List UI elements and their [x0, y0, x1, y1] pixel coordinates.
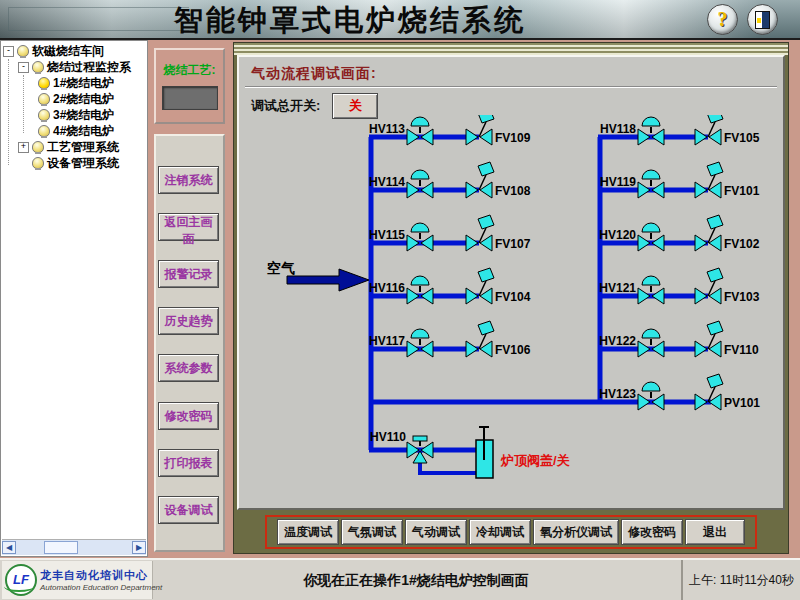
valve-fv106[interactable] [466, 321, 494, 357]
company-name-en: Automation Education Department [40, 583, 162, 592]
valve-hv114[interactable] [407, 170, 433, 198]
valve-hv121[interactable] [638, 276, 664, 304]
title-bar: 智能钟罩式电炉烧结系统 ? [0, 0, 800, 40]
toolbar-red-frame: 温度调试 气氛调试 气动调试 冷却调试 氧分析仪调试 修改密码 退出 [265, 515, 757, 549]
company-logo: LF [5, 564, 37, 596]
valve-hv119[interactable] [638, 170, 664, 198]
valve-label: HV121 [599, 281, 636, 295]
valve-hv117[interactable] [407, 329, 433, 357]
tree-item-process-monitor[interactable]: - 烧结过程监控系 [1, 59, 147, 75]
main-screen-button[interactable]: 返回主画面 [158, 213, 219, 241]
cylinder-status-label: 炉顶阀盖/关 [500, 453, 571, 468]
system-params-button[interactable]: 系统参数 [158, 354, 219, 382]
cooling-debug-button[interactable]: 冷却调试 [469, 519, 531, 545]
valve-label: FV106 [495, 343, 531, 357]
app-window: 智能钟罩式电炉烧结系统 ? - 软磁烧结车间 - 烧结过程监控系 1#烧 [0, 0, 800, 600]
valve-hv122[interactable] [638, 329, 664, 357]
exit-button-bottom[interactable]: 退出 [685, 519, 745, 545]
valve-label: FV110 [724, 343, 759, 357]
valve-label: HV115 [369, 228, 405, 242]
valve-hv123[interactable] [638, 382, 664, 410]
valve-fv102[interactable] [695, 215, 723, 251]
valve-label: HV117 [369, 334, 405, 348]
app-title: 智能钟罩式电炉烧结系统 [0, 1, 700, 41]
valve-label: HV113 [369, 122, 405, 136]
valve-label: HV116 [369, 281, 405, 295]
valve-pv101[interactable] [695, 374, 723, 410]
valve-hv118[interactable] [638, 117, 664, 145]
valve-label: FV109 [495, 131, 531, 145]
valve-label: FV107 [495, 237, 531, 251]
status-message: 你现在正在操作1#烧结电炉控制画面 [152, 560, 680, 600]
tree-connector [8, 59, 9, 165]
air-label: 空气 [267, 260, 295, 276]
valve-fv107[interactable] [466, 215, 494, 251]
bulb-icon [32, 61, 44, 73]
header-rule [245, 86, 777, 88]
valve-label: FV108 [495, 184, 531, 198]
change-password-button-bottom[interactable]: 修改密码 [621, 519, 683, 545]
print-report-button[interactable]: 打印报表 [158, 449, 219, 477]
process-label: 烧结工艺: [156, 62, 223, 79]
left-toolbar: 烧结工艺: 注销系统 返回主画面 报警记录 历史趋势 系统参数 修改密码 打印报… [150, 40, 231, 557]
bulb-icon [38, 93, 50, 105]
valve-label: FV102 [724, 237, 760, 251]
tree-item-workshop[interactable]: - 软磁烧结车间 [1, 43, 147, 59]
frame-top-stripes [234, 43, 788, 55]
valve-hv115[interactable] [407, 223, 433, 251]
scroll-left-arrow[interactable]: ◀ [2, 541, 16, 554]
valve-hv116[interactable] [407, 276, 433, 304]
bulb-icon [38, 125, 50, 137]
valve-label: HV119 [600, 175, 636, 189]
expand-icon[interactable]: + [18, 142, 29, 153]
device-debug-button[interactable]: 设备调试 [158, 496, 219, 524]
bulb-icon [32, 141, 44, 153]
piping-diagram: 空气 HV113 HV114 HV115 HV116 HV117 FV109 [239, 115, 783, 512]
valve-fv104[interactable] [466, 268, 494, 304]
pneumatic-debug-button[interactable]: 气动调试 [405, 519, 467, 545]
furnace-top-cylinder [476, 427, 493, 478]
valve-label: HV120 [599, 228, 636, 242]
valve-fv101[interactable] [695, 162, 723, 198]
valve-label: HV118 [600, 122, 636, 136]
nav-button-strip: 注销系统 返回主画面 报警记录 历史趋势 系统参数 修改密码 打印报表 设备调试 [154, 134, 225, 552]
master-switch-label: 调试总开关: [251, 97, 320, 115]
bulb-icon-active [38, 77, 50, 89]
tree-item-device-mgmt[interactable]: 设备管理系统 [1, 155, 147, 171]
valve-label: HV110 [370, 430, 406, 444]
status-bar: LF 龙丰自动化培训中心 Automation Education Depart… [0, 558, 800, 600]
tree-item-process-mgmt[interactable]: + 工艺管理系统 [1, 139, 147, 155]
scroll-right-arrow[interactable]: ▶ [132, 541, 146, 554]
valve-label: FV101 [724, 184, 760, 198]
tree-scrollbar[interactable]: ◀ ▶ [2, 539, 146, 555]
nav-tree-panel: - 软磁烧结车间 - 烧结过程监控系 1#烧结电炉 2#烧结电炉 3#烧结电炉 [0, 40, 148, 557]
scroll-thumb[interactable] [44, 541, 78, 554]
valve-hv113[interactable] [407, 117, 433, 145]
diagram-title: 气动流程调试画面: [251, 65, 377, 83]
bulb-icon [32, 157, 44, 169]
history-trend-button[interactable]: 历史趋势 [158, 307, 219, 335]
valve-label: HV123 [599, 387, 636, 401]
valve-fv103[interactable] [695, 268, 723, 304]
atmosphere-debug-button[interactable]: 气氛调试 [341, 519, 403, 545]
tree-connector [23, 75, 24, 133]
change-password-button[interactable]: 修改密码 [158, 402, 219, 430]
valve-fv109[interactable] [466, 115, 494, 145]
question-mark-icon: ? [708, 5, 737, 34]
nav-tree: - 软磁烧结车间 - 烧结过程监控系 1#烧结电炉 2#烧结电炉 3#烧结电炉 [1, 43, 147, 171]
collapse-icon[interactable]: - [3, 46, 14, 57]
valve-fv105[interactable] [695, 115, 723, 145]
temperature-debug-button[interactable]: 温度调试 [277, 519, 339, 545]
valve-fv108[interactable] [466, 162, 494, 198]
exit-button[interactable] [747, 4, 778, 35]
help-button[interactable]: ? [707, 4, 738, 35]
oxygen-analyzer-debug-button[interactable]: 氧分析仪调试 [533, 519, 619, 545]
valve-hv120[interactable] [638, 223, 664, 251]
logout-button[interactable]: 注销系统 [158, 166, 219, 194]
valve-fv110[interactable] [695, 321, 723, 357]
alarm-log-button[interactable]: 报警记录 [158, 260, 219, 288]
logo-area: LF 龙丰自动化培训中心 Automation Education Depart… [2, 561, 153, 599]
air-inlet-arrow [287, 269, 369, 291]
collapse-icon[interactable]: - [18, 62, 29, 73]
valve-label: FV105 [724, 131, 760, 145]
